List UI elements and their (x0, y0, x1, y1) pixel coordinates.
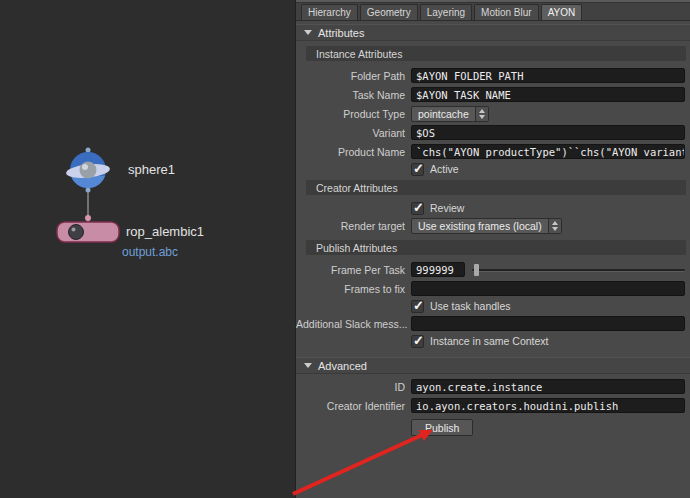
instance-attributes-label: Instance Attributes (316, 48, 402, 60)
product-type-dropdown[interactable]: pointcache (411, 106, 489, 122)
field-row-variant: Variant $OS (296, 123, 690, 142)
additional-slack-input[interactable] (411, 316, 685, 331)
field-row-additional-slack: Additional Slack mess... (296, 314, 690, 333)
tab-layering[interactable]: Layering (420, 4, 472, 20)
alembic-icon (69, 225, 84, 240)
field-row-frames-to-fix: Frames to fix (296, 279, 690, 298)
render-target-dropdown[interactable]: Use existing frames (local) (411, 218, 562, 234)
network-editor[interactable]: sphere1 rop_alembic1 output.abc (0, 0, 295, 498)
node-input-connector[interactable] (86, 148, 91, 153)
task-name-label: Task Name (296, 89, 411, 101)
section-bar-instance-attributes[interactable]: Instance Attributes (306, 46, 686, 61)
dropdown-stepper-icon[interactable] (475, 107, 488, 121)
section-advanced-label: Advanced (318, 360, 367, 372)
check-row-active: Active (296, 161, 690, 177)
instance-in-same-context-checkbox[interactable] (411, 335, 424, 348)
folder-path-label: Folder Path (296, 70, 411, 82)
check-row-review: Review (296, 200, 690, 216)
section-attributes-label: Attributes (318, 27, 364, 39)
rop-node-body[interactable] (57, 222, 119, 242)
frame-per-task-slider[interactable] (472, 263, 685, 277)
field-row-id: ID ayon.create.instance (296, 377, 690, 396)
task-name-input[interactable]: $AYON_TASK_NAME (411, 87, 685, 102)
frame-per-task-label: Frame Per Task (296, 264, 411, 276)
variant-input[interactable]: $OS (411, 125, 685, 140)
publish-button[interactable]: Publish (411, 419, 473, 436)
render-target-label: Render target (296, 220, 411, 232)
variant-label: Variant (296, 127, 411, 139)
node-output-connector[interactable] (86, 188, 91, 193)
tab-ayon[interactable]: AYON (541, 4, 583, 20)
check-row-use-task-handles: Use task handles (296, 298, 690, 314)
product-type-label: Product Type (296, 108, 411, 120)
tab-hierarchy[interactable]: Hierarchy (301, 4, 358, 20)
alembic-icon-highlight (72, 228, 76, 232)
product-name-label: Product Name (296, 146, 411, 158)
field-row-product-name: Product Name `chs("AYON_productType")``c… (296, 142, 690, 161)
section-header-advanced[interactable]: Advanced (296, 357, 690, 374)
chevron-down-icon (304, 30, 312, 35)
active-label: Active (430, 163, 459, 175)
tab-bar: Hierarchy Geometry Layering Motion Blur … (296, 3, 690, 21)
parameter-content: Attributes Instance Attributes Folder Pa… (296, 24, 690, 437)
active-checkbox[interactable] (411, 163, 424, 176)
use-task-handles-checkbox[interactable] (411, 300, 424, 313)
rop-node-label: rop_alembic1 (126, 224, 204, 239)
review-label: Review (430, 202, 464, 214)
output-filename-label: output.abc (122, 245, 178, 259)
field-row-folder-path: Folder Path $AYON_FOLDER_PATH (296, 66, 690, 85)
houdini-window: sphere1 rop_alembic1 output.abc Hierarch… (0, 0, 690, 498)
section-bar-publish-attributes[interactable]: Publish Attributes (306, 240, 686, 255)
field-row-frame-per-task: Frame Per Task 999999 (296, 260, 690, 279)
sphere1-node[interactable] (65, 148, 110, 193)
sphere-ball (80, 162, 97, 179)
field-row-product-type: Product Type pointcache (296, 104, 690, 123)
folder-path-input[interactable]: $AYON_FOLDER_PATH (411, 68, 685, 83)
rop-input-connector[interactable] (85, 215, 91, 221)
slider-track (472, 269, 685, 272)
sphere-highlight (82, 164, 88, 170)
frames-to-fix-input[interactable] (411, 281, 685, 296)
creator-identifier-input[interactable]: io.ayon.creators.houdini.publish (411, 398, 685, 413)
section-header-attributes[interactable]: Attributes (296, 24, 690, 41)
frame-per-task-input[interactable]: 999999 (411, 262, 465, 277)
sphere-node-label: sphere1 (128, 162, 175, 177)
product-type-value: pointcache (412, 107, 475, 121)
review-checkbox[interactable] (411, 202, 424, 215)
product-name-input[interactable]: `chs("AYON_productType")``chs("AYON_vari… (411, 144, 685, 159)
field-row-creator-identifier: Creator Identifier io.ayon.creators.houd… (296, 396, 690, 415)
render-target-value: Use existing frames (local) (412, 219, 548, 233)
creator-identifier-label: Creator Identifier (296, 400, 411, 412)
publish-button-row: Publish (296, 418, 690, 437)
id-label: ID (296, 381, 411, 393)
check-row-instance-in-same-context: Instance in same Context (296, 333, 690, 349)
additional-slack-label: Additional Slack mess... (296, 318, 411, 330)
rop-alembic1-node[interactable] (57, 215, 119, 242)
tab-motion-blur[interactable]: Motion Blur (474, 4, 539, 20)
instance-in-same-context-label: Instance in same Context (430, 335, 548, 347)
use-task-handles-label: Use task handles (430, 300, 511, 312)
parameter-pane: Hierarchy Geometry Layering Motion Blur … (295, 0, 690, 498)
publish-attributes-label: Publish Attributes (316, 242, 397, 254)
slider-handle[interactable] (474, 264, 479, 276)
field-row-task-name: Task Name $AYON_TASK_NAME (296, 85, 690, 104)
creator-attributes-label: Creator Attributes (316, 182, 398, 194)
chevron-down-icon (304, 363, 312, 368)
id-input[interactable]: ayon.create.instance (411, 379, 685, 394)
frames-to-fix-label: Frames to fix (296, 283, 411, 295)
section-bar-creator-attributes[interactable]: Creator Attributes (306, 180, 686, 195)
field-row-render-target: Render target Use existing frames (local… (296, 216, 690, 235)
tab-geometry[interactable]: Geometry (360, 4, 418, 20)
dropdown-stepper-icon[interactable] (548, 219, 561, 233)
